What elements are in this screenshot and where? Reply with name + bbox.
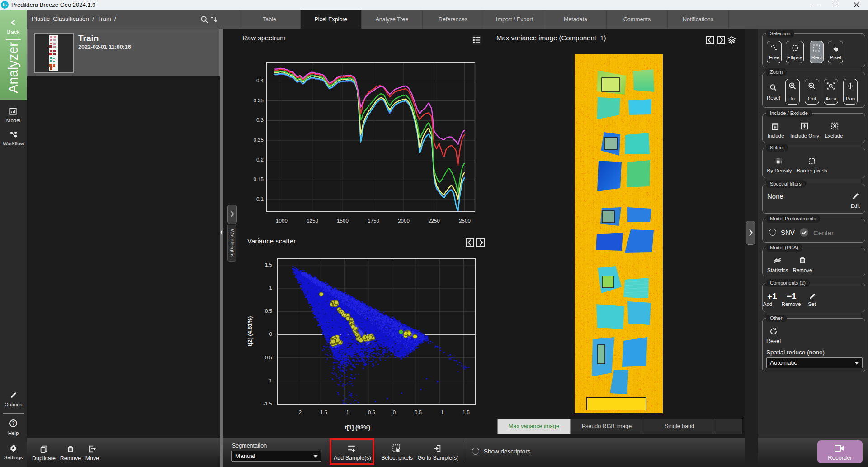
svg-text:?: ? <box>12 420 14 426</box>
